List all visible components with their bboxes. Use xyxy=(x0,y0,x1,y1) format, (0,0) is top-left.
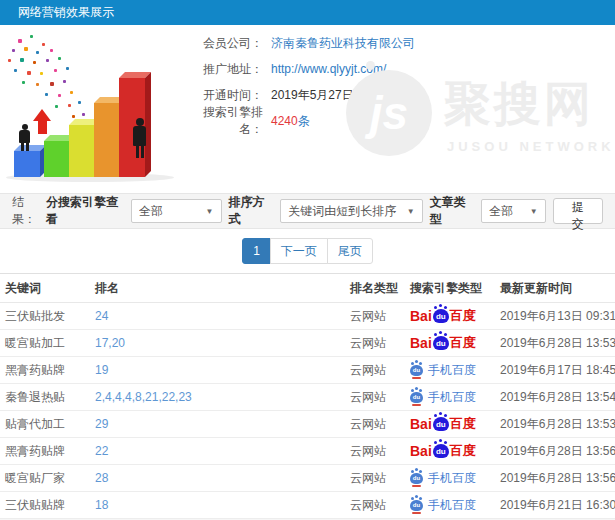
engine-cell: du手机百度 xyxy=(405,465,495,492)
confetti-dot xyxy=(20,58,24,62)
rank-cell: 19 xyxy=(90,357,345,384)
confetti-dot xyxy=(58,94,61,97)
table-row: 三伏贴贴牌18云网站du手机百度2019年6月21日 16:30 xyxy=(0,492,615,519)
baidu-paw-icon: du xyxy=(410,392,423,403)
pagination: 1 下一页 尾页 xyxy=(0,229,615,273)
baidu-logo-text: Bai xyxy=(410,308,432,324)
engine-filter-select[interactable]: 全部 ▼ xyxy=(131,199,221,223)
updated-cell: 2019年6月17日 18:45 xyxy=(495,357,615,384)
watermark-subtitle: JUSOU NETWORK xyxy=(447,139,615,154)
baidu-paw-icon: du xyxy=(410,365,423,376)
keyword-cell: 秦鲁退热贴 xyxy=(0,384,90,411)
confetti-dot xyxy=(82,113,85,116)
hero-section: 会员公司： 济南秦鲁药业科技有限公司 推广地址： http://www.qlyy… xyxy=(0,25,615,185)
rank-type-cell: 云网站 xyxy=(345,411,405,438)
rank-link[interactable]: 18 xyxy=(95,498,108,512)
baidu-logo-text: Bai xyxy=(410,416,432,432)
confetti-dot xyxy=(68,104,71,107)
confetti-dot xyxy=(14,69,17,72)
rank-link[interactable]: 24 xyxy=(95,309,108,323)
rank-cell: 29 xyxy=(90,411,345,438)
article-type-label: 文章类型 xyxy=(430,194,475,228)
info-row-company: 会员公司： 济南秦鲁药业科技有限公司 xyxy=(183,30,415,56)
rank-link[interactable]: 22 xyxy=(95,444,108,458)
confetti-dot xyxy=(36,83,39,86)
confetti-dot xyxy=(42,43,45,46)
confetti-dot xyxy=(66,67,69,70)
baidu-paw-icon: du xyxy=(433,417,449,431)
confetti-dot xyxy=(8,59,11,62)
baidu-paw-icon: du xyxy=(410,473,423,484)
last-page-button[interactable]: 尾页 xyxy=(327,238,373,264)
keyword-cell: 暖宫贴厂家 xyxy=(0,465,90,492)
businessman-figure-right xyxy=(133,118,146,158)
watermark-dot xyxy=(366,61,375,70)
up-arrow-icon xyxy=(33,109,51,134)
filter-controls: 分搜索引擎查看 全部 ▼ 排序方式 关键词由短到长排序 ▼ 文章类型 全部 ▼ … xyxy=(46,194,603,228)
baidu-logo-text: Bai xyxy=(410,335,432,351)
rank-link[interactable]: 17,20 xyxy=(95,336,125,350)
chevron-down-icon: ▼ xyxy=(522,207,538,216)
mobile-baidu-logo: du手机百度 xyxy=(410,497,476,514)
baidu-logo-text: Bai xyxy=(410,443,432,459)
confetti-dot xyxy=(70,91,73,94)
chevron-down-icon: ▼ xyxy=(198,207,214,216)
confetti-dot xyxy=(30,35,33,38)
jusou-logo-icon: js xyxy=(346,70,432,156)
engine-cell: Baidu百度 xyxy=(405,411,495,438)
confetti-dot xyxy=(27,71,31,75)
article-type-select[interactable]: 全部 ▼ xyxy=(481,199,545,223)
keyword-cell: 黑膏药贴牌 xyxy=(0,438,90,465)
businessman-figure-left xyxy=(19,124,30,151)
updated-cell: 2019年6月28日 13:56 xyxy=(495,465,615,492)
keyword-cell: 暖宫贴加工 xyxy=(0,330,90,357)
baidu-logo: Baidu百度 xyxy=(410,307,476,325)
updated-cell: 2019年6月28日 13:54 xyxy=(495,384,615,411)
page-title: 网络营销效果展示 xyxy=(18,5,114,19)
mobile-baidu-label: 手机百度 xyxy=(428,470,476,487)
rank-type-cell: 云网站 xyxy=(345,465,405,492)
rank-type-cell: 云网站 xyxy=(345,357,405,384)
confetti-dot xyxy=(55,105,58,108)
sort-select[interactable]: 关键词由短到长排序 ▼ xyxy=(280,199,423,223)
rank-cell: 18 xyxy=(90,492,345,519)
rank-link[interactable]: 19 xyxy=(95,363,108,377)
confetti-dot xyxy=(58,57,61,60)
mobile-baidu-logo: du手机百度 xyxy=(410,389,476,406)
baidu-logo-cn: 百度 xyxy=(450,415,476,433)
table-header-row: 关键词 排名 排名类型 搜索引擎类型 最新更新时间 xyxy=(0,274,615,303)
chevron-down-icon: ▼ xyxy=(399,207,415,216)
updated-cell: 2019年6月28日 13:53 xyxy=(495,411,615,438)
mobile-baidu-logo: du手机百度 xyxy=(410,470,476,487)
open-time-label: 开通时间： xyxy=(183,87,263,104)
rank-link[interactable]: 29 xyxy=(95,417,108,431)
updated-cell: 2019年6月28日 13:56 xyxy=(495,438,615,465)
engine-cell: Baidu百度 xyxy=(405,303,495,330)
keyword-cell: 贴膏代加工 xyxy=(0,411,90,438)
baidu-logo-cn: 百度 xyxy=(450,442,476,460)
submit-button[interactable]: 提交 xyxy=(553,198,603,224)
rank-count-value: 4240 xyxy=(271,114,298,128)
updated-cell: 2019年6月13日 09:31 xyxy=(495,303,615,330)
page-1-button[interactable]: 1 xyxy=(242,238,271,264)
keyword-cell: 三伏贴贴牌 xyxy=(0,492,90,519)
baidu-paw-icon: du xyxy=(433,444,449,458)
baidu-paw-icon: du xyxy=(433,336,449,350)
keyword-cell: 三伏贴批发 xyxy=(0,303,90,330)
confetti-dot xyxy=(63,80,66,83)
confetti-dot xyxy=(40,72,43,75)
confetti-dot xyxy=(78,101,81,104)
keyword-ranking-table: 关键词 排名 排名类型 搜索引擎类型 最新更新时间 三伏贴批发24云网站Baid… xyxy=(0,273,615,519)
next-page-button[interactable]: 下一页 xyxy=(270,238,328,264)
rank-type-cell: 云网站 xyxy=(345,492,405,519)
confetti-dot xyxy=(12,49,15,52)
engine-filter-label: 分搜索引擎查看 xyxy=(46,194,124,228)
company-link[interactable]: 济南秦鲁药业科技有限公司 xyxy=(271,35,415,52)
baidu-logo: Baidu百度 xyxy=(410,442,476,460)
engine-cell: du手机百度 xyxy=(405,384,495,411)
watermark-name: 聚搜网 xyxy=(444,73,594,136)
confetti-dot xyxy=(45,93,48,96)
confetti-dot xyxy=(36,51,39,54)
rank-link[interactable]: 28 xyxy=(95,471,108,485)
rank-link[interactable]: 2,4,4,4,8,21,22,23 xyxy=(95,390,192,404)
